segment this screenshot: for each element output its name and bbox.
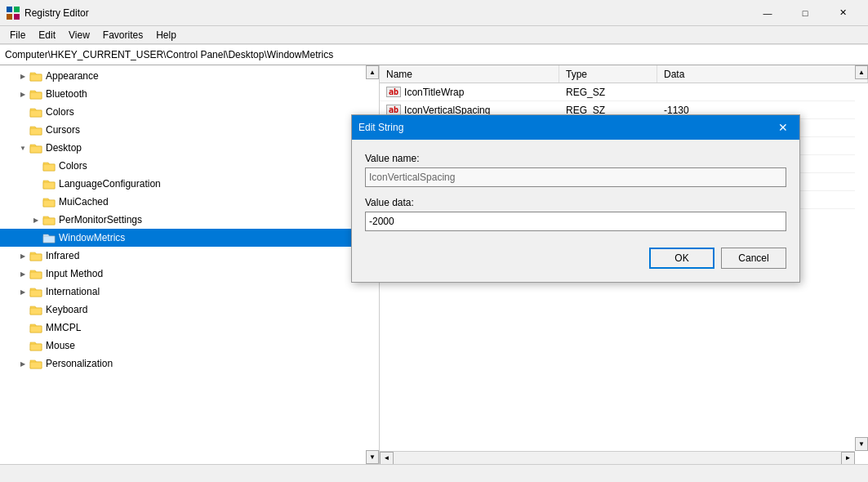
- tree-panel: ▲ Appearance Bluetooth: [0, 65, 380, 464]
- right-scroll-up[interactable]: ▲: [855, 65, 868, 79]
- expander-personalization[interactable]: [16, 357, 29, 370]
- tree-item-appearance[interactable]: Appearance: [0, 67, 366, 85]
- dialog-body: Value name: Value data: OK Cancel: [352, 140, 799, 282]
- close-button[interactable]: ✕: [824, 0, 861, 26]
- reg-icon-ab: ab: [386, 87, 401, 97]
- tree-item-international[interactable]: International: [0, 283, 366, 301]
- tree-label-desktop: Desktop: [46, 142, 82, 154]
- dialog-titlebar: Edit String ✕: [352, 115, 799, 140]
- cell-name-0: ab IconTitleWrap: [380, 87, 559, 98]
- tree-item-desktop-colors[interactable]: Colors: [0, 157, 366, 175]
- folder-icon-personalization: [29, 358, 42, 369]
- folder-icon-permonitorsettings: [42, 214, 56, 225]
- tree-label-muicached: MuiCached: [59, 196, 109, 208]
- folder-icon-colors: [29, 106, 42, 118]
- folder-icon-inputmethod: [29, 268, 42, 279]
- menu-bar: File Edit View Favorites Help: [0, 26, 868, 44]
- window-title: Registry Editor: [24, 7, 749, 19]
- tree-label-mmcpl: MMCPL: [46, 322, 81, 333]
- tree-item-windowmetrics[interactable]: WindowMetrics: [0, 229, 366, 247]
- tree-item-desktop[interactable]: Desktop: [0, 139, 366, 157]
- dialog-buttons: OK Cancel: [365, 248, 786, 269]
- tree-label-personalization: Personalization: [46, 358, 113, 369]
- folder-icon-mouse: [29, 340, 42, 351]
- folder-icon-international: [29, 286, 42, 297]
- svg-rect-2: [7, 14, 12, 20]
- folder-icon-cursors: [29, 124, 42, 136]
- tree-label-international: International: [46, 286, 100, 297]
- tree-scroll-up[interactable]: ▲: [366, 65, 379, 79]
- right-scroll-down[interactable]: ▼: [855, 437, 868, 451]
- tree-item-bluetooth[interactable]: Bluetooth: [0, 85, 366, 103]
- tree-item-mouse[interactable]: Mouse: [0, 337, 366, 355]
- folder-icon-appearance: [29, 70, 42, 82]
- folder-icon-infrared: [29, 250, 42, 261]
- status-bar: [0, 464, 868, 482]
- titlebar-buttons: — □ ✕: [749, 0, 861, 26]
- expander-international[interactable]: [16, 285, 29, 298]
- tree-item-personalization[interactable]: Personalization: [0, 355, 366, 373]
- tree-item-languageconfiguration[interactable]: LanguageConfiguration: [0, 175, 366, 193]
- tree-label-inputmethod: Input Method: [46, 268, 103, 279]
- tree-item-infrared[interactable]: Infrared: [0, 247, 366, 265]
- value-name-input[interactable]: [365, 167, 786, 187]
- col-header-name: Name: [380, 65, 559, 83]
- tree-item-colors[interactable]: Colors: [0, 103, 366, 121]
- address-path: Computer\HKEY_CURRENT_USER\Control Panel…: [5, 49, 333, 60]
- dialog-title: Edit String: [358, 122, 773, 133]
- h-scroll-right[interactable]: ►: [841, 452, 855, 465]
- expander-bluetooth[interactable]: [16, 87, 29, 100]
- svg-rect-0: [7, 7, 12, 12]
- menu-help[interactable]: Help: [149, 28, 183, 42]
- edit-string-dialog: Edit String ✕ Value name: Value data: OK…: [351, 114, 800, 283]
- value-data-label: Value data:: [365, 197, 786, 208]
- value-data-input[interactable]: [365, 212, 786, 231]
- tree-item-permonitorsettings[interactable]: PerMonitorSettings: [0, 211, 366, 229]
- tree-label-colors: Colors: [46, 106, 74, 118]
- col-header-data: Data: [657, 65, 868, 83]
- ok-button[interactable]: OK: [649, 248, 714, 269]
- tree-item-keyboard[interactable]: Keyboard: [0, 301, 366, 319]
- tree-label-keyboard: Keyboard: [46, 304, 87, 315]
- menu-file[interactable]: File: [3, 28, 32, 42]
- h-scroll-left[interactable]: ◄: [380, 452, 394, 465]
- tree-label-permonitorsettings: PerMonitorSettings: [59, 214, 142, 225]
- tree-label-windowmetrics: WindowMetrics: [59, 232, 125, 243]
- svg-rect-1: [14, 7, 20, 12]
- folder-icon-desktop-colors: [42, 160, 56, 172]
- folder-icon-languageconfiguration: [42, 178, 56, 190]
- tree-label-cursors: Cursors: [46, 124, 80, 136]
- svg-rect-3: [14, 14, 20, 20]
- dialog-close-button[interactable]: ✕: [773, 118, 793, 137]
- menu-edit[interactable]: Edit: [32, 28, 62, 42]
- h-scroll-track: [394, 452, 841, 464]
- folder-icon-desktop: [29, 142, 42, 154]
- h-scrollbar[interactable]: ◄ ►: [380, 451, 855, 464]
- value-name-label: Value name:: [365, 153, 786, 164]
- tree-item-inputmethod[interactable]: Input Method: [0, 265, 366, 283]
- table-row[interactable]: ab IconTitleWrap REG_SZ: [380, 83, 855, 101]
- tree-label-desktop-colors: Colors: [59, 160, 87, 172]
- folder-icon-windowmetrics: [42, 232, 56, 243]
- tree-scroll: Appearance Bluetooth Colors: [0, 65, 379, 464]
- expander-infrared[interactable]: [16, 249, 29, 262]
- column-headers: Name Type Data: [380, 65, 868, 83]
- tree-label-languageconfiguration: LanguageConfiguration: [59, 178, 161, 190]
- tree-scroll-down[interactable]: ▼: [366, 450, 379, 464]
- address-bar: Computer\HKEY_CURRENT_USER\Control Panel…: [0, 44, 868, 65]
- col-header-type: Type: [559, 65, 657, 83]
- expander-desktop[interactable]: [16, 141, 29, 154]
- tree-item-cursors[interactable]: Cursors: [0, 121, 366, 139]
- expander-inputmethod[interactable]: [16, 267, 29, 280]
- menu-favorites[interactable]: Favorites: [96, 28, 149, 42]
- maximize-button[interactable]: □: [786, 0, 824, 26]
- minimize-button[interactable]: —: [749, 0, 786, 26]
- menu-view[interactable]: View: [62, 28, 96, 42]
- tree-item-mmcpl[interactable]: MMCPL: [0, 319, 366, 337]
- tree-item-muicached[interactable]: MuiCached: [0, 193, 366, 211]
- reg-name-0: IconTitleWrap: [404, 87, 464, 98]
- expander-permonitorsettings[interactable]: [29, 213, 42, 226]
- cancel-button[interactable]: Cancel: [721, 248, 786, 269]
- tree-label-mouse: Mouse: [46, 340, 75, 351]
- expander-appearance[interactable]: [16, 69, 29, 83]
